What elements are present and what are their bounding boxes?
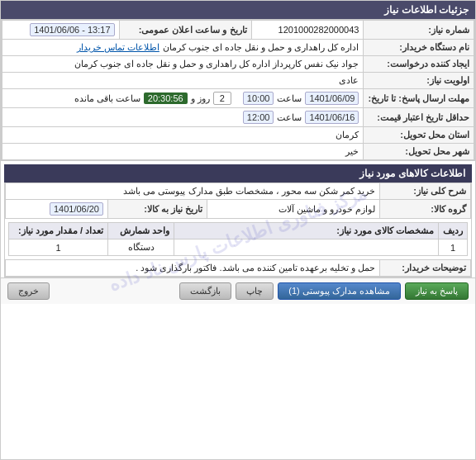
announce-date-box: 1401/06/06 - 13:17 xyxy=(30,23,114,36)
col-qty: تعداد / مقدار مورد نیاز: xyxy=(9,223,108,239)
print-button[interactable]: چاپ xyxy=(236,282,274,300)
countdown-box: 20:30:56 xyxy=(144,92,188,104)
label-send-deadline: مهلت ارسال پاسخ: تا تاریخ: xyxy=(364,89,474,108)
label-priority: اولویت نیاز: xyxy=(364,73,474,89)
right-buttons: پاسخ به نیاز مشاهده مدارک پیوستی (1) چاپ… xyxy=(179,282,469,300)
valid-until-value: 1401/06/16 ساعت 12:00 xyxy=(2,108,364,127)
label-announce-date: تاریخ و ساعت اعلان عمومی: xyxy=(119,21,251,40)
table-row: ایجاد کننده درخواست: جواد نیک نفس کارپرد… xyxy=(2,56,474,73)
page-wrapper: جزئیات اطلاعات نیاز شماره نیاز: 12010002… xyxy=(0,0,476,460)
goods-type-row: شرح کلی نیاز: خرید کمر شکن سه محور ، مشخ… xyxy=(6,183,471,200)
goods-group-row: گروه کالا: لوازم خودرو و ماشین آلات تاری… xyxy=(6,200,471,219)
label-request: ایجاد کننده درخواست: xyxy=(364,56,474,73)
view-docs-button[interactable]: مشاهده مدارک پیوستی (1) xyxy=(278,282,401,300)
left-buttons: خروج xyxy=(7,282,50,300)
delivery-state-value: کرمان xyxy=(2,127,364,144)
buyer-value: اداره کل راهداری و حمل و نقل جاده ای جنو… xyxy=(2,40,364,56)
reply-button[interactable]: پاسخ به نیاز xyxy=(405,282,469,300)
info-section: شماره نیاز: 1201000282000043 تاریخ و ساع… xyxy=(1,19,475,161)
request-value: جواد نیک نفس کارپرداز اداره کل راهداری و… xyxy=(2,56,364,73)
table-row: استان محل تحویل: کرمان xyxy=(2,127,474,144)
table-row: 1 دستگاه 1 xyxy=(9,239,468,256)
goods-body: شرح کلی نیاز: خرید کمر شکن سه محور ، مشخ… xyxy=(4,183,472,277)
send-date-box: 1401/06/09 xyxy=(305,92,359,105)
priority-value: عادی xyxy=(2,73,364,89)
label-goods-group: گروه کالا: xyxy=(380,200,471,219)
announce-date-value: 1401/06/06 - 13:17 xyxy=(2,21,120,40)
goods-date-value: 1401/06/20 xyxy=(6,200,108,219)
label-buyer: نام دستگاه خریدار: xyxy=(364,40,474,56)
table-row: شماره نیاز: 1201000282000043 تاریخ و ساع… xyxy=(2,21,474,40)
goods-specs-wrapper: مرکز فناوری اطلاعات پارس ناد داده ردیف م… xyxy=(5,219,471,259)
label-delivery-city: شهر محل تحویل: xyxy=(364,144,474,160)
table-row: مهلت ارسال پاسخ: تا تاریخ: 1401/06/09 سا… xyxy=(2,89,474,108)
cell-specs xyxy=(174,239,439,256)
col-unit: واحد شمارش xyxy=(108,223,174,239)
goods-type-value: خرید کمر شکن سه محور ، مشخصات طبق مدارک … xyxy=(6,183,380,200)
exit-button[interactable]: خروج xyxy=(7,282,50,300)
buyer-contact-link[interactable]: اطلاعات تماس خریدار xyxy=(77,42,159,53)
send-deadline-value: 1401/06/09 ساعت 10:00 2 روز و 20:30:56 س… xyxy=(2,89,364,108)
send-time-box: 10:00 xyxy=(243,92,274,105)
bottom-bar: پاسخ به نیاز مشاهده مدارک پیوستی (1) چاپ… xyxy=(1,277,475,304)
table-row: نام دستگاه خریدار: اداره کل راهداری و حم… xyxy=(2,40,474,56)
delivery-city-value: خیر xyxy=(2,144,364,160)
cell-row-num: 1 xyxy=(439,239,468,256)
label-delivery-state: استان محل تحویل: xyxy=(364,127,474,144)
goods-header: اطلاعات کالاهای مورد نیاز xyxy=(4,164,472,183)
cell-qty: 1 xyxy=(9,239,108,256)
goods-date-box: 1401/06/20 xyxy=(50,202,103,216)
table-row: شهر محل تحویل: خیر xyxy=(2,144,474,160)
table-row: حداقل تاریخ اعتبار قیمت: 1401/06/16 ساعت… xyxy=(2,108,474,127)
label-order-number: شماره نیاز: xyxy=(364,21,474,40)
main-header: جزئیات اطلاعات نیاز xyxy=(1,1,475,19)
description-table: توضیحات خریدار: حمل و تخلیه برعهده تامین… xyxy=(5,259,471,277)
goods-specs-table: ردیف مشخصات کالای مورد نیاز: واحد شمارش … xyxy=(8,222,468,256)
label-goods-date: تاریخ نیاز به کالا: xyxy=(107,200,207,219)
remaining-days-box: 2 xyxy=(213,92,231,105)
back-button[interactable]: بازگشت xyxy=(179,282,231,300)
label-valid-until: حداقل تاریخ اعتبار قیمت: xyxy=(364,108,474,127)
description-row: توضیحات خریدار: حمل و تخلیه برعهده تامین… xyxy=(6,260,471,277)
col-row-num: ردیف xyxy=(439,223,468,239)
goods-group-value: لوازم خودرو و ماشین آلات xyxy=(207,200,379,219)
cell-unit: دستگاه xyxy=(108,239,174,256)
table-row: اولویت نیاز: عادی xyxy=(2,73,474,89)
table-header-row: ردیف مشخصات کالای مورد نیاز: واحد شمارش … xyxy=(9,223,468,239)
goods-info-table: شرح کلی نیاز: خرید کمر شکن سه محور ، مشخ… xyxy=(5,183,471,219)
valid-time-box: 12:00 xyxy=(243,111,274,124)
order-number-value: 1201000282000043 xyxy=(251,21,364,40)
goods-section: اطلاعات کالاهای مورد نیاز شرح کلی نیاز: … xyxy=(4,164,472,277)
description-value: حمل و تخلیه برعهده تامین کننده می باشد. … xyxy=(6,260,380,277)
label-goods-type: شرح کلی نیاز: xyxy=(380,183,471,200)
valid-date-box: 1401/06/16 xyxy=(305,111,359,124)
col-specs: مشخصات کالای مورد نیاز: xyxy=(174,223,439,239)
label-description: توضیحات خریدار: xyxy=(380,260,471,277)
info-table: شماره نیاز: 1201000282000043 تاریخ و ساع… xyxy=(2,20,474,160)
